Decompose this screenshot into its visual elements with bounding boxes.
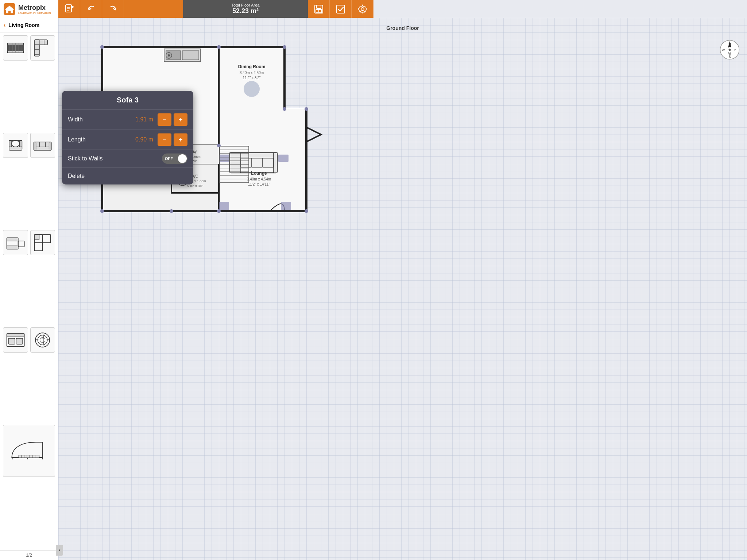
svg-rect-116: [182, 51, 199, 60]
stick-to-walls-row: Stick to Walls OFF: [62, 150, 193, 168]
length-value: 0.90 m: [135, 136, 153, 143]
svg-point-35: [12, 140, 19, 147]
svg-rect-46: [7, 238, 18, 241]
svg-point-137: [305, 107, 308, 111]
svg-point-13: [361, 8, 364, 11]
settings-button[interactable]: [352, 0, 374, 18]
sidebar-header: ‹ Living Room: [0, 18, 58, 32]
furniture-item-rug[interactable]: [3, 35, 28, 61]
svg-rect-37: [34, 147, 51, 150]
length-row: Length 0.90 m − +: [62, 130, 193, 150]
stick-to-walls-toggle[interactable]: OFF: [162, 153, 187, 164]
undo-button[interactable]: [80, 0, 102, 18]
svg-rect-112: [219, 202, 229, 210]
sidebar: ‹ Living Room: [0, 18, 58, 280]
width-value: 1.91 m: [135, 116, 153, 123]
floor-area-value: 52.23 m²: [232, 7, 259, 15]
svg-point-140: [217, 209, 221, 213]
svg-text:Dining Room: Dining Room: [238, 64, 266, 69]
toggle-off-label: OFF: [165, 156, 173, 161]
svg-text:3.40m x 2.50m: 3.40m x 2.50m: [240, 71, 264, 75]
back-button[interactable]: ‹: [4, 22, 5, 28]
svg-rect-30: [35, 50, 39, 54]
svg-point-136: [283, 107, 286, 111]
furniture-item-chaise[interactable]: [3, 230, 28, 255]
home-icon[interactable]: [4, 3, 15, 15]
popup-title: Sofa 3: [62, 91, 193, 110]
svg-rect-42: [49, 142, 51, 150]
svg-rect-9: [317, 5, 321, 8]
app-subtitle: LANDMARK INFORMATION: [18, 12, 51, 14]
sidebar-title: Living Room: [8, 22, 39, 28]
toggle-knob: [178, 154, 187, 163]
length-label: Length: [68, 136, 135, 143]
save-button[interactable]: [308, 0, 330, 18]
toolbar-actions: [58, 0, 183, 18]
svg-text:5'10" x 3'6": 5'10" x 3'6": [187, 184, 203, 188]
width-label: Width: [68, 116, 135, 123]
width-plus-button[interactable]: +: [174, 113, 187, 126]
svg-rect-108: [263, 158, 274, 167]
svg-rect-28: [35, 40, 39, 44]
svg-rect-32: [9, 147, 22, 150]
svg-point-133: [100, 45, 104, 49]
width-stepper: − +: [158, 113, 187, 126]
furniture-item-corner-sofa[interactable]: [30, 230, 55, 255]
svg-point-134: [283, 45, 286, 49]
svg-point-139: [100, 209, 104, 213]
svg-point-118: [168, 54, 170, 57]
furniture-item-l-sofa[interactable]: [30, 35, 55, 61]
width-row: Width 1.91 m − +: [62, 110, 193, 130]
stick-to-walls-label: Stick to Walls: [68, 155, 162, 162]
svg-rect-109: [274, 153, 277, 173]
svg-rect-27: [44, 40, 47, 44]
furniture-grid: [0, 32, 58, 280]
svg-rect-107: [252, 158, 263, 167]
svg-rect-29: [35, 44, 39, 49]
svg-rect-49: [35, 234, 39, 239]
svg-rect-34: [19, 140, 22, 147]
svg-rect-111: [278, 155, 289, 162]
svg-rect-113: [281, 202, 291, 210]
svg-rect-44: [18, 241, 24, 247]
svg-rect-2: [66, 5, 71, 12]
svg-point-135: [217, 45, 221, 49]
logo-area: Metropix LANDMARK INFORMATION: [0, 0, 58, 18]
check-button[interactable]: [330, 0, 352, 18]
svg-rect-41: [34, 142, 36, 150]
svg-rect-33: [9, 140, 12, 147]
floor-area-label: Total Floor Area: [231, 3, 259, 7]
furniture-item-3-sofa[interactable]: [30, 133, 55, 158]
svg-point-141: [217, 144, 221, 147]
length-plus-button[interactable]: +: [174, 133, 187, 146]
canvas-area[interactable]: Ground Floor E W N S: [58, 18, 374, 280]
svg-text:11'2" x 8'2": 11'2" x 8'2": [243, 76, 261, 80]
right-toolbar: [308, 0, 374, 18]
svg-rect-45: [7, 245, 18, 249]
delete-row[interactable]: Delete: [62, 168, 193, 184]
floor-area-display: Total Floor Area 52.23 m²: [183, 0, 308, 18]
length-minus-button[interactable]: −: [158, 133, 171, 146]
svg-text:3.40m x 4.54m: 3.40m x 4.54m: [247, 177, 271, 181]
svg-rect-106: [241, 158, 252, 167]
width-minus-button[interactable]: −: [158, 113, 171, 126]
app-name: Metropix: [18, 4, 51, 12]
property-popup: Sofa 3 Width 1.91 m − + Length 0.90 m − …: [62, 91, 193, 184]
svg-rect-39: [40, 142, 46, 147]
svg-point-143: [170, 209, 173, 213]
svg-point-138: [305, 209, 308, 213]
topbar: Metropix LANDMARK INFORMATION: [0, 0, 374, 18]
length-stepper: − +: [158, 133, 187, 146]
svg-rect-26: [39, 40, 44, 44]
svg-rect-105: [230, 153, 241, 173]
svg-point-102: [244, 81, 260, 97]
redo-button[interactable]: [102, 0, 124, 18]
furniture-item-armchair[interactable]: [3, 133, 28, 158]
new-file-button[interactable]: [58, 0, 80, 18]
svg-rect-82: [220, 108, 305, 145]
svg-text:11'2" x 14'11": 11'2" x 14'11": [248, 182, 270, 186]
